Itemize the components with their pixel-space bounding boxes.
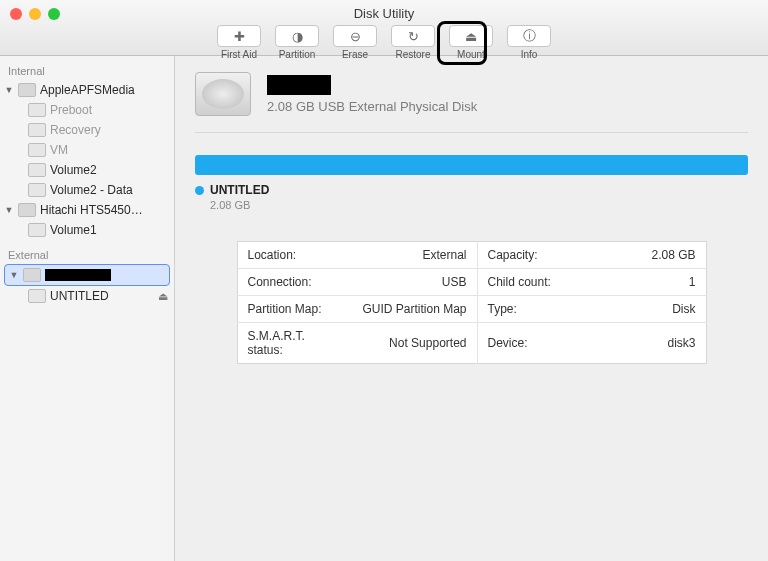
- partition-icon: ◑: [292, 29, 303, 44]
- info-icon: ⓘ: [523, 27, 536, 45]
- legend-name: UNTITLED: [210, 183, 269, 197]
- erase-icon: ⊖: [350, 29, 361, 44]
- mount-icon: ⏏: [465, 29, 477, 44]
- chevron-down-icon[interactable]: ▼: [4, 85, 14, 95]
- sidebar-item-recovery[interactable]: Recovery: [0, 120, 174, 140]
- volume-icon: [28, 143, 46, 157]
- volume-icon: [28, 183, 46, 197]
- disk-icon: [18, 83, 36, 97]
- sidebar-item-untitled[interactable]: UNTITLED ⏏: [0, 286, 174, 306]
- usage-section: UNTITLED 2.08 GB: [195, 155, 748, 211]
- zoom-icon[interactable]: [48, 8, 60, 20]
- table-row: Partition Map:GUID Partition Map Type:Di…: [237, 296, 706, 323]
- usage-bar: [195, 155, 748, 175]
- window: Disk Utility ✚First Aid ◑Partition ⊖Eras…: [0, 0, 768, 561]
- body: Internal ▼ AppleAPFSMedia Preboot Recove…: [0, 56, 768, 561]
- table-row: Connection:USB Child count:1: [237, 269, 706, 296]
- toolbar-partition[interactable]: ◑Partition: [270, 25, 324, 60]
- volume-icon: [28, 223, 46, 237]
- legend-dot: [195, 186, 204, 195]
- minimize-icon[interactable]: [29, 8, 41, 20]
- volume-icon: [28, 123, 46, 137]
- sidebar-item-volume2[interactable]: Volume2: [0, 160, 174, 180]
- usage-legend: UNTITLED: [195, 183, 748, 197]
- sidebar-item-volume1[interactable]: Volume1: [0, 220, 174, 240]
- eject-icon[interactable]: ⏏: [158, 290, 168, 303]
- redacted-disk-name: [267, 75, 331, 95]
- sidebar-item-hitachi[interactable]: ▼ Hitachi HTS5450…: [0, 200, 174, 220]
- toolbar-mount[interactable]: ⏏Mount: [444, 25, 498, 60]
- legend-size: 2.08 GB: [210, 199, 748, 211]
- table-row: S.M.A.R.T. status:Not Supported Device:d…: [237, 323, 706, 364]
- sidebar-item-external-disk[interactable]: ▼: [4, 264, 170, 286]
- sidebar: Internal ▼ AppleAPFSMedia Preboot Recove…: [0, 56, 175, 561]
- section-internal: Internal: [0, 62, 174, 80]
- close-icon[interactable]: [10, 8, 22, 20]
- toolbar-first-aid[interactable]: ✚First Aid: [212, 25, 266, 60]
- chevron-down-icon[interactable]: ▼: [4, 205, 14, 215]
- disk-subtitle: 2.08 GB USB External Physical Disk: [267, 99, 477, 114]
- window-title: Disk Utility: [0, 0, 768, 21]
- redacted-label: [45, 269, 111, 281]
- chevron-down-icon[interactable]: ▼: [9, 270, 19, 280]
- toolbar-restore[interactable]: ↻Restore: [386, 25, 440, 60]
- section-external: External: [0, 246, 174, 264]
- disk-title-block: 2.08 GB USB External Physical Disk: [267, 75, 477, 114]
- sidebar-item-vm[interactable]: VM: [0, 140, 174, 160]
- content: 2.08 GB USB External Physical Disk UNTIT…: [175, 56, 768, 561]
- volume-icon: [28, 163, 46, 177]
- table-row: Location:External Capacity:2.08 GB: [237, 242, 706, 269]
- volume-icon: [28, 103, 46, 117]
- toolbar-info[interactable]: ⓘInfo: [502, 25, 556, 60]
- window-controls: [10, 8, 60, 20]
- info-table: Location:External Capacity:2.08 GB Conne…: [237, 241, 707, 364]
- sidebar-item-preboot[interactable]: Preboot: [0, 100, 174, 120]
- disk-large-icon: [195, 72, 251, 116]
- sidebar-item-appleapfsmedia[interactable]: ▼ AppleAPFSMedia: [0, 80, 174, 100]
- titlebar: Disk Utility ✚First Aid ◑Partition ⊖Eras…: [0, 0, 768, 56]
- disk-icon: [23, 268, 41, 282]
- restore-icon: ↻: [408, 29, 419, 44]
- toolbar-erase[interactable]: ⊖Erase: [328, 25, 382, 60]
- first-aid-icon: ✚: [234, 29, 245, 44]
- disk-icon: [18, 203, 36, 217]
- disk-header: 2.08 GB USB External Physical Disk: [195, 72, 748, 133]
- toolbar: ✚First Aid ◑Partition ⊖Erase ↻Restore ⏏M…: [0, 25, 768, 60]
- volume-icon: [28, 289, 46, 303]
- sidebar-item-volume2-data[interactable]: Volume2 - Data: [0, 180, 174, 200]
